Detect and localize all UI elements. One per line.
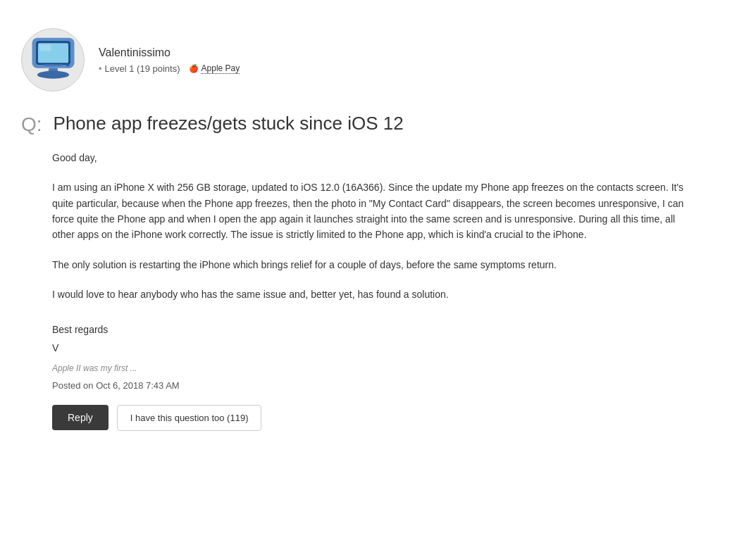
body-paragraph-1: Good day, <box>52 150 690 165</box>
level-points: • Level 1 (19 points) <box>99 63 180 74</box>
question-section: Q: Phone app freezes/gets stuck since iO… <box>21 113 735 431</box>
signature-section: Best regards V Apple II was my first ...… <box>21 324 735 431</box>
apple2-note: Apple II was my first ... <box>52 363 735 373</box>
question-label: Q: <box>21 114 42 136</box>
question-label-row: Q: Phone app freezes/gets stuck since iO… <box>21 113 735 136</box>
username: Valentinissimo <box>99 46 240 59</box>
body-paragraph-3: The only solution is restarting the iPho… <box>52 257 690 272</box>
apple-pay-icon: 🍎 <box>189 64 199 73</box>
bullet-icon: • <box>99 63 102 74</box>
signature: V <box>52 342 735 353</box>
apple-pay-badge: 🍎 Apple Pay <box>189 63 240 73</box>
question-too-button[interactable]: I have this question too (119) <box>117 405 262 431</box>
imac-g3-icon <box>27 34 80 87</box>
user-header: Valentinissimo • Level 1 (19 points) 🍎 A… <box>21 14 735 106</box>
question-body: Good day, I am using an iPhone X with 25… <box>21 150 690 303</box>
user-meta: • Level 1 (19 points) 🍎 Apple Pay <box>99 63 240 74</box>
svg-rect-5 <box>44 64 62 66</box>
question-title: Phone app freezes/gets stuck since iOS 1… <box>54 113 404 134</box>
svg-point-6 <box>66 63 69 66</box>
user-level: Level 1 <box>105 63 135 74</box>
user-points: (19 points) <box>137 63 180 74</box>
apple-pay-text: Apple Pay <box>202 63 240 73</box>
action-buttons: Reply I have this question too (119) <box>52 405 735 431</box>
user-info: Valentinissimo • Level 1 (19 points) 🍎 A… <box>99 46 240 74</box>
avatar <box>21 28 85 92</box>
posted-date: Posted on Oct 6, 2018 7:43 AM <box>52 380 735 391</box>
reply-button[interactable]: Reply <box>52 405 109 430</box>
body-paragraph-4: I would love to hear anybody who has the… <box>52 287 690 302</box>
body-paragraph-2: I am using an iPhone X with 256 GB stora… <box>52 180 690 243</box>
closing: Best regards <box>52 324 735 335</box>
svg-point-4 <box>37 70 69 78</box>
svg-rect-7 <box>39 44 51 51</box>
